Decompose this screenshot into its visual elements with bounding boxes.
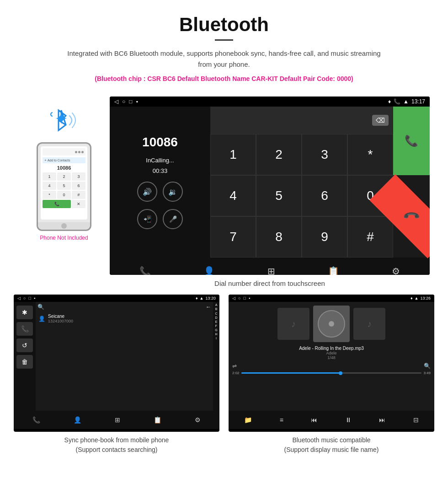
phone-key-hash: ✕ bbox=[72, 200, 85, 208]
numpad-1[interactable]: 1 bbox=[210, 134, 256, 175]
page-title: Bluetooth bbox=[9, 14, 439, 36]
numpad-5[interactable]: 5 bbox=[256, 175, 302, 216]
alpha-a[interactable]: A bbox=[215, 303, 218, 307]
music-info: Adele - Rolling In the Deep.mp3 Adele 1/… bbox=[299, 346, 364, 360]
phone-key-3: 3 bbox=[72, 172, 85, 181]
prev-icon[interactable]: ⏮ bbox=[311, 416, 317, 424]
music-back-nav: ◁ bbox=[232, 296, 235, 300]
numpad-star[interactable]: * bbox=[347, 134, 393, 175]
page-header: Bluetooth Integrated with BC6 Bluetooth … bbox=[0, 0, 448, 92]
calls-icon[interactable]: 📞 bbox=[139, 266, 151, 275]
phonebook-col: ◁ ○ □ ▪ ♦ ▲ 13:20 ✱ 📞 ↺ 🗑 bbox=[9, 295, 224, 456]
pb-dialpad-tab[interactable]: ⊞ bbox=[115, 416, 120, 424]
call-controls-row2: 📲 🎤 bbox=[117, 209, 203, 229]
equalizer-icon[interactable]: ⊟ bbox=[413, 416, 419, 424]
numpad-9[interactable]: 9 bbox=[302, 216, 347, 258]
numpad-2[interactable]: 2 bbox=[256, 134, 302, 175]
settings-icon[interactable]: ⚙ bbox=[392, 266, 400, 275]
car-left-panel: 10086 InCalling... 00:33 🔊 🔉 📲 🎤 bbox=[110, 107, 210, 258]
pb-contact-avatar: 👤 bbox=[38, 316, 45, 322]
pb-search-icon[interactable]: 🔍 bbox=[37, 304, 44, 310]
pb-recents-nav: □ bbox=[28, 296, 31, 300]
pb-contacts-list: 🔍 ← 👤 Seicane 13241007000 bbox=[36, 302, 213, 411]
phonebook-caption-line1: Sync phone-book from mobile phone bbox=[64, 436, 169, 444]
transfer-icon[interactable]: 📋 bbox=[328, 266, 339, 275]
shuffle-icon[interactable]: ⇌ bbox=[232, 363, 237, 369]
header-divider bbox=[215, 39, 233, 41]
album-art-prev: ♪ bbox=[277, 308, 309, 340]
phone-key-2: 2 bbox=[57, 172, 71, 181]
search-music-icon[interactable]: 🔍 bbox=[424, 363, 431, 369]
home-icon: ○ bbox=[122, 98, 125, 105]
music-track: 1/48 bbox=[299, 355, 364, 360]
numpad-8[interactable]: 8 bbox=[256, 216, 302, 258]
phone-screen-header bbox=[43, 148, 85, 156]
recents-icon: □ bbox=[129, 98, 132, 105]
alpha-d[interactable]: D bbox=[215, 316, 217, 320]
pb-contacts-tab[interactable]: 👤 bbox=[74, 416, 81, 424]
music-caption-line2: (Support display music file name) bbox=[284, 446, 379, 453]
transfer-btn[interactable]: 📲 bbox=[137, 209, 157, 229]
dialpad-icon[interactable]: ⊞ bbox=[267, 266, 275, 275]
pb-transfer-tab[interactable]: 📋 bbox=[154, 416, 161, 424]
time-total: 3:49 bbox=[423, 371, 431, 375]
pb-sync-btn[interactable]: ↺ bbox=[16, 338, 33, 352]
music-bottom-bar: 📁 ≡ ⏮ ⏸ ⏭ ⊟ bbox=[229, 411, 434, 429]
alpha-i[interactable]: I bbox=[216, 336, 217, 340]
pb-contact-number: 13241007000 bbox=[48, 319, 73, 323]
phone-keypad: 1 2 3 4 5 6 * 0 # 📞 ✕ bbox=[43, 172, 85, 208]
pb-bluetooth-btn[interactable]: ✱ bbox=[16, 306, 33, 319]
main-screen-caption: Dial number direct from touchscreen bbox=[110, 275, 430, 295]
music-artist: Adele bbox=[299, 351, 364, 355]
volume-up-btn[interactable]: 🔊 bbox=[137, 182, 157, 202]
phone-key-9: # bbox=[72, 191, 85, 199]
pb-delete-btn[interactable]: 🗑 bbox=[16, 355, 33, 369]
contacts-icon[interactable]: 👤 bbox=[203, 266, 215, 275]
phone-screen: +Add to Contacts 10086 1 2 3 4 5 6 * 0 #… bbox=[41, 146, 87, 220]
phone-key-5: 5 bbox=[57, 182, 71, 190]
car-content-area: 10086 InCalling... 00:33 🔊 🔉 📲 🎤 bbox=[110, 107, 430, 258]
call-duration: 00:33 bbox=[117, 167, 203, 174]
pb-back-icon[interactable]: ← bbox=[206, 304, 211, 310]
call-status-text: InCalling... bbox=[117, 157, 203, 164]
phone-call-btn: 📞 bbox=[43, 200, 71, 208]
album-art-center bbox=[313, 306, 350, 342]
alpha-h[interactable]: H bbox=[215, 332, 217, 336]
mute-btn[interactable]: 🎤 bbox=[163, 209, 183, 229]
music-title: Adele - Rolling In the Deep.mp3 bbox=[299, 346, 364, 351]
numpad-4[interactable]: 4 bbox=[210, 175, 256, 216]
folder-icon[interactable]: 📁 bbox=[244, 416, 252, 424]
alpha-e[interactable]: E bbox=[215, 320, 218, 324]
volume-down-btn[interactable]: 🔉 bbox=[163, 182, 183, 202]
numpad-3[interactable]: 3 bbox=[302, 134, 347, 175]
numpad-6[interactable]: 6 bbox=[302, 175, 347, 216]
progress-bar[interactable] bbox=[241, 372, 422, 374]
bottom-screenshots-row: ◁ ○ □ ▪ ♦ ▲ 13:20 ✱ 📞 ↺ 🗑 bbox=[0, 295, 448, 456]
delete-button[interactable]: ⌫ bbox=[372, 115, 389, 126]
pb-main-area: 🔍 ← 👤 Seicane 13241007000 A bbox=[36, 302, 219, 411]
numpad-hash[interactable]: # bbox=[347, 216, 393, 258]
pb-contact-info: Seicane 13241007000 bbox=[48, 314, 73, 323]
music-time: 13:26 bbox=[420, 296, 431, 300]
car-right-numpad: ⌫ 📞 1 2 3 * 4 5 6 0 📞 7 8 bbox=[210, 107, 430, 258]
alpha-c[interactable]: C bbox=[215, 311, 217, 316]
alpha-f[interactable]: F bbox=[215, 324, 217, 328]
pb-menu-nav: ▪ bbox=[34, 296, 35, 300]
pb-time: 13:20 bbox=[205, 296, 216, 300]
pb-contact-item[interactable]: 👤 Seicane 13241007000 bbox=[37, 312, 211, 325]
alpha-b[interactable]: B bbox=[215, 307, 218, 311]
music-content: ♪ ♪ Adele - Rolling In the Deep.mp3 Adel bbox=[229, 302, 434, 411]
numpad-7[interactable]: 7 bbox=[210, 216, 256, 258]
phone-home-button bbox=[61, 223, 67, 229]
alpha-g[interactable]: G bbox=[215, 328, 217, 332]
next-icon[interactable]: ⏭ bbox=[379, 416, 385, 424]
pb-settings-tab[interactable]: ⚙ bbox=[195, 416, 201, 424]
phone-bottom bbox=[38, 222, 90, 230]
list-icon[interactable]: ≡ bbox=[280, 416, 283, 424]
music-icons-row: ⇌ 🔍 bbox=[232, 363, 431, 369]
pb-call-btn[interactable]: 📞 bbox=[16, 322, 33, 336]
pb-signal: ▲ bbox=[200, 296, 204, 300]
pb-calls-tab[interactable]: 📞 bbox=[32, 416, 40, 424]
call-green-button[interactable]: 📞 bbox=[393, 107, 430, 175]
play-pause-icon[interactable]: ⏸ bbox=[345, 416, 352, 424]
